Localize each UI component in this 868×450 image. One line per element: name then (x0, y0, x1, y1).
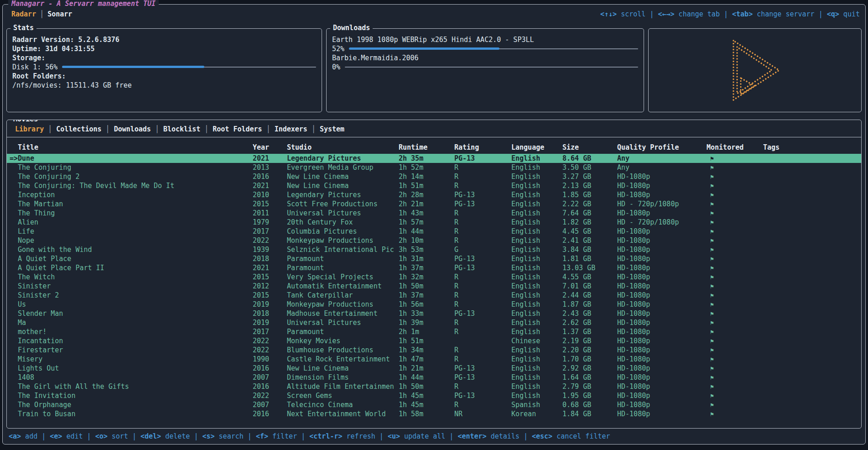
tab-library[interactable]: Library (11, 125, 47, 133)
top-help: <↑↓> scroll | <←→> change tab | <tab> ch… (600, 10, 860, 18)
cell-runtime: 1h 50m (399, 282, 454, 290)
table-row[interactable]: =>Dune2021Legendary Pictures2h 35mPG-13E… (7, 154, 861, 163)
help-separator: | (445, 432, 457, 440)
cell-quality-profile: HD - 720p/1080p (617, 200, 707, 208)
cell-year: 2022 (253, 337, 287, 345)
cell-size: 1.95 GB (562, 392, 617, 400)
table-row[interactable]: Us2019Monkeypaw Productions1h 56mREnglis… (7, 300, 861, 309)
tab-root-folders[interactable]: Root Folders (209, 125, 265, 133)
cell-studio: New Line Cinema (287, 364, 399, 372)
table-row[interactable]: The Conjuring: The Devil Made Me Do It20… (7, 181, 861, 190)
cell-title: Ma (18, 319, 253, 327)
tab-indexers[interactable]: Indexers (271, 125, 311, 133)
cell-rating: PG-13 (454, 200, 511, 208)
table-row[interactable]: Inception2010Legendary Pictures2h 28mPG-… (7, 190, 861, 199)
table-row[interactable]: Incantation2022Monkey Movies1h 51mChines… (7, 336, 861, 345)
table-row[interactable]: mother!2017Paramount2h 1mREnglish1.37 GB… (7, 327, 861, 336)
table-row[interactable]: The Girl with All the Gifts2016Altitude … (7, 382, 861, 391)
servarr-tab-sonarr[interactable]: Sonarr (44, 10, 75, 18)
cell-runtime: 1h 33m (399, 309, 454, 318)
tab-separator: │ (105, 125, 110, 133)
cell-year: 2021 (253, 154, 287, 162)
cell-runtime: 1h 51m (399, 337, 454, 345)
table-row[interactable]: Train to Busan2016Next Entertainment Wor… (7, 409, 861, 419)
cell-runtime: 1h 21m (399, 364, 454, 372)
column-header-quality-profile: Quality Profile (617, 143, 707, 152)
table-row[interactable]: Gone with the Wind1939Selznick Internati… (7, 245, 861, 254)
cell-rating: NR (454, 410, 511, 418)
tab-system[interactable]: System (316, 125, 348, 133)
cell-studio: Selznick International Pic (287, 246, 399, 254)
help-label: delete (161, 432, 190, 440)
cell-runtime: 1h 45m (399, 392, 454, 400)
servarr-tab-radarr[interactable]: Radarr (8, 10, 39, 18)
table-row[interactable]: Sinister 22015Tank Caterpillar1h 37mREng… (7, 291, 861, 300)
cell-language: English (511, 227, 562, 235)
cell-title: mother! (18, 328, 253, 336)
cell-runtime: 1h 57m (399, 218, 454, 226)
tab-collections[interactable]: Collections (52, 125, 105, 133)
monitored-icon: ⚑ (707, 292, 763, 299)
cell-rating: PG-13 (454, 154, 511, 162)
help-label: change tab (675, 10, 720, 18)
cell-size: 2.19 GB (562, 337, 617, 345)
cell-language: English (511, 309, 562, 318)
cell-title: Incantation (18, 337, 253, 345)
help-key-delete: <del> (140, 432, 161, 440)
table-row[interactable]: A Quiet Place Part II2021Paramount1h 37m… (7, 263, 861, 272)
table-row[interactable]: The Thing2011Universal Pictures1h 43mREn… (7, 209, 861, 218)
cell-size: 3.27 GB (562, 173, 617, 181)
cell-runtime: 3h 53m (399, 246, 454, 254)
cell-title: Train to Busan (18, 410, 253, 418)
monitored-icon: ⚑ (707, 347, 763, 354)
cell-studio: Universal Pictures (287, 319, 399, 327)
cell-title: Misery (18, 355, 253, 363)
help-separator: | (190, 432, 202, 440)
monitored-icon: ⚑ (707, 374, 763, 381)
cell-quality-profile: HD-1080p (617, 191, 707, 199)
version-row: Radarr Version: 5.2.6.8376 (12, 35, 316, 44)
cell-rating: PG-13 (454, 392, 511, 400)
uptime-row: Uptime: 31d 04:31:55 (12, 44, 316, 53)
cell-rating: R (454, 173, 511, 181)
cell-studio: Automatik Entertainment (287, 282, 399, 290)
table-row[interactable]: Sinister2012Automatik Entertainment1h 50… (7, 282, 861, 291)
table-row[interactable]: The Invitation2022Screen Gems1h 45mPG-13… (7, 391, 861, 400)
cell-quality-profile: HD-1080p (617, 227, 707, 235)
table-row[interactable]: The Witch2015Very Special Projects1h 32m… (7, 272, 861, 282)
help-key-cancel-filter: <esc> (532, 432, 552, 440)
table-row[interactable]: Life2017Columbia Pictures1h 44mREnglish4… (7, 227, 861, 236)
cell-language: English (511, 291, 562, 299)
help-key-filter: <f> (256, 432, 268, 440)
table-row[interactable]: The Conjuring 22016New Line Cinema2h 14m… (7, 172, 861, 181)
table-row[interactable]: The Conjuring2013Evergreen Media Group1h… (7, 163, 861, 172)
cell-size: 1.82 GB (562, 218, 617, 226)
header-panels: Stats Radarr Version: 5.2.6.8376 Uptime:… (3, 28, 865, 112)
cell-language: English (511, 191, 562, 199)
cell-size: 0.68 GB (562, 401, 617, 409)
cell-language: English (511, 300, 562, 309)
tab-downloads[interactable]: Downloads (110, 125, 155, 133)
table-row[interactable]: Alien197920th Century Fox1h 57mREnglish1… (7, 218, 861, 227)
help-key-search: <s> (202, 432, 214, 440)
monitored-icon: ⚑ (707, 301, 763, 308)
download-title: Barbie.Mermaidia.2006 (332, 53, 638, 63)
table-row[interactable]: Slender Man2018Madhouse Entertainment1h … (7, 309, 861, 318)
downloads-list: Earth 1998 1080p WEBRip x265 Hindi AAC2.… (332, 35, 638, 72)
table-row[interactable]: The Orphanage2007Telecinco Cinema1h 45mR… (7, 400, 861, 409)
cell-language: English (511, 373, 562, 382)
downloads-panel-title: Downloads (330, 24, 373, 32)
help-key-add: <a> (9, 432, 21, 440)
cell-quality-profile: HD-1080p (617, 364, 707, 372)
table-row[interactable]: A Quiet Place2018Paramount1h 31mPG-13Eng… (7, 254, 861, 263)
table-row[interactable]: Ma2019Universal Pictures1h 39mREnglish2.… (7, 318, 861, 327)
table-row[interactable]: Misery1990Castle Rock Entertainment1h 47… (7, 355, 861, 364)
table-row[interactable]: 14082007Dimension Films1h 44mPG-13Englis… (7, 373, 861, 382)
disk-usage-bar (62, 63, 316, 72)
table-row[interactable]: Firestarter2022Blumhouse Productions1h 3… (7, 345, 861, 355)
tab-blocklist[interactable]: Blocklist (160, 125, 204, 133)
table-row[interactable]: Lights Out2016New Line Cinema1h 21mPG-13… (7, 364, 861, 373)
cell-runtime: 2h 21m (399, 200, 454, 208)
table-row[interactable]: Nope2022Monkeypaw Productions2h 10mREngl… (7, 236, 861, 245)
table-row[interactable]: The Martian2015Scott Free Productions2h … (7, 199, 861, 209)
